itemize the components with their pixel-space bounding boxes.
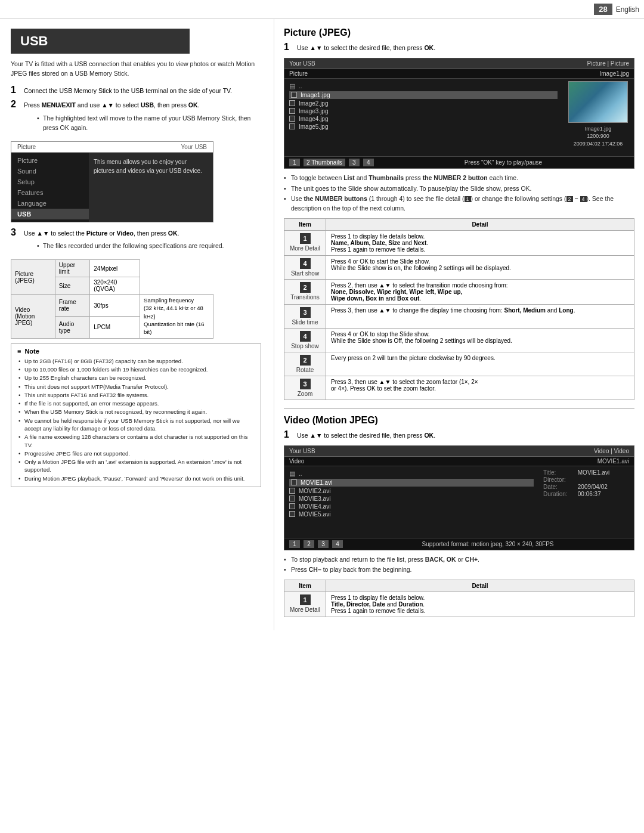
detail-text-transitions: Press 2, then use ▲▼ to select the trans…: [326, 279, 634, 304]
video-detail-num-cell: 1 More Detail: [284, 592, 326, 617]
video-file-name: MOVIE3.avi: [299, 496, 330, 502]
video-screen-sub-right: MOVIE1.avi: [597, 458, 629, 465]
note-item: When the USB Memory Stick is not recogni…: [17, 408, 255, 416]
video-btn-4[interactable]: 4: [332, 540, 343, 548]
video-file-item[interactable]: MOVIE5.avi: [289, 511, 534, 518]
picture-file-item[interactable]: Image5.jpg: [289, 123, 558, 130]
detail-label-zoom: Zoom: [289, 391, 321, 397]
video-title-label: Title:: [543, 469, 576, 476]
video-file-item[interactable]: MOVIE1.avi: [289, 479, 534, 487]
section-divider: [284, 408, 634, 409]
picture-btn-4[interactable]: 4: [363, 159, 374, 166]
detail-row-transitions: 2 Transitions Press 2, then use ▲▼ to se…: [284, 279, 634, 304]
video-file-item[interactable]: MOVIE2.avi: [289, 488, 534, 494]
picture-file-item[interactable]: Image1.jpg: [289, 91, 558, 99]
note-item: Progressive JPEG files are not supported…: [17, 450, 255, 457]
preview-filename: Image1.jpg: [574, 125, 623, 133]
menu-item-language[interactable]: Language: [11, 198, 89, 209]
video-info-duration: Duration: 00:06:37: [543, 491, 629, 497]
detail-row-stop-show: 4 Stop show Press 4 or OK to stop the Sl…: [284, 328, 634, 352]
picture-bullet-2: The unit goes to the Slide show automati…: [284, 184, 634, 194]
video-director-label: Director:: [543, 476, 576, 483]
specs-size-val: 320×240 (QVGA): [90, 277, 140, 295]
video-file-name: MOVIE5.avi: [299, 511, 330, 518]
note-item: We cannot be held responsible if your US…: [17, 417, 255, 433]
video-screen-sub: Video MOVIE1.avi: [284, 457, 634, 466]
step-2-bullets: The highlighted text will move to the na…: [37, 114, 263, 133]
video-file-item[interactable]: MOVIE4.avi: [289, 503, 534, 510]
picture-step-1: 1 Use ▲▼ to select the desired file, the…: [284, 43, 634, 53]
step-3-content: Use ▲▼ to select the Picture or Video, t…: [24, 228, 224, 255]
note-item: A file name exceeding 128 characters or …: [17, 433, 255, 449]
step-3-bullet-1: The files recorded under the following s…: [37, 241, 224, 251]
picture-footer-ok-text: Press "OK" key to play/pause: [377, 159, 629, 166]
picture-btn-1[interactable]: 1: [289, 159, 300, 166]
menu-item-setup[interactable]: Setup: [11, 176, 89, 187]
picture-back-item: ▤ ..: [289, 82, 558, 90]
video-section-title: Video (Motion JPEG): [284, 415, 634, 426]
menu-item-features[interactable]: Features: [11, 187, 89, 198]
picture-file-list: ▤ .. Image1.jpg Image2.jpg: [284, 79, 562, 156]
video-section: Video (Motion JPEG) 1 Use ▲▼ to select t…: [284, 415, 634, 617]
specs-upper-limit-label: Upper limit: [55, 260, 89, 277]
specs-picture-label: Picture (JPEG): [11, 260, 55, 295]
video-screen-body: ▤ .. MOVIE1.avi MOVIE2.avi: [284, 466, 634, 538]
specs-size-label: Size: [55, 277, 89, 295]
detail-row-more-detail: 1 More Detail Press 1 to display file de…: [284, 230, 634, 255]
video-screen-header-left: Your USB: [289, 448, 315, 454]
video-btn-1[interactable]: 1: [289, 540, 300, 548]
video-file-item[interactable]: MOVIE3.avi: [289, 496, 534, 502]
picture-file-item[interactable]: Image4.jpg: [289, 116, 558, 122]
detail-num-cell: 2 Rotate: [284, 352, 326, 376]
note-header: ≡ Note: [17, 348, 255, 355]
picture-screen-body: ▤ .. Image1.jpg Image2.jpg: [284, 79, 634, 156]
detail-num-2: 2: [300, 282, 311, 293]
file-name: Image4.jpg: [299, 116, 328, 122]
detail-text-zoom: Press 3, then use ▲▼ to select the zoom …: [326, 376, 634, 400]
detail-label-stop: Stop show: [289, 343, 321, 349]
menu-header: Picture Your USB: [11, 142, 213, 153]
menu-items-list: Picture Sound Setup Features Language US…: [11, 153, 89, 222]
video-bullet-2: Press CH– to play back from the beginnin…: [284, 565, 634, 575]
video-screen-header: Your USB Video | Video: [284, 446, 634, 457]
picture-step-1-text: Use ▲▼ to select the desired file, then …: [297, 43, 435, 53]
detail-num-4: 4: [300, 258, 311, 269]
note-item: This unit supports FAT16 and FAT32 file …: [17, 391, 255, 399]
picture-btn-3[interactable]: 3: [349, 159, 360, 166]
picture-file-item[interactable]: Image2.jpg: [289, 100, 558, 107]
video-screen-footer: 1 2 3 4 Supported format: motion jpeg, 3…: [284, 538, 634, 550]
file-checkbox: [289, 123, 295, 129]
video-detail-row-more-detail: 1 More Detail Press 1 to display file de…: [284, 592, 634, 617]
picture-btn-2[interactable]: 2 Thumbnails: [304, 159, 345, 166]
specs-audio-type-val: LPCM: [90, 316, 140, 338]
menu-item-picture[interactable]: Picture: [11, 155, 89, 166]
video-btn-3[interactable]: 3: [318, 540, 329, 548]
top-bar: 28 English: [0, 0, 644, 19]
video-detail-table: Item Detail 1 More Detail Press 1 to dis…: [284, 580, 634, 617]
detail-num-cell: 3 Slide time: [284, 304, 326, 328]
step-2-text: Press MENU/EXIT and use ▲▼ to select USB…: [24, 101, 200, 109]
step-2-content: Press MENU/EXIT and use ▲▼ to select USB…: [24, 100, 263, 136]
left-column: USB Your TV is fitted with a USB connect…: [0, 19, 274, 630]
note-item: Up to 255 English characters can be reco…: [17, 374, 255, 382]
video-duration-val: 00:06:37: [578, 491, 601, 497]
picture-detail-table: Item Detail 1 More Detail Press 1 to dis…: [284, 218, 634, 400]
picture-file-item[interactable]: Image3.jpg: [289, 108, 558, 114]
menu-item-sound[interactable]: Sound: [11, 166, 89, 176]
detail-row-rotate: 2 Rotate Every press on 2 will turn the …: [284, 352, 634, 376]
specs-framerate-label: Frame rate: [55, 295, 89, 317]
video-duration-label: Duration:: [543, 491, 576, 497]
step-1-number: 1: [11, 85, 24, 95]
video-detail-text: Press 1 to display file details below.Ti…: [326, 592, 634, 617]
video-btn-2[interactable]: 2: [304, 540, 314, 548]
picture-section-title: Picture (JPEG): [284, 27, 634, 38]
picture-screen-header-right: Picture | Picture: [587, 60, 629, 67]
picture-bullet-1: To toggle between List and Thumbnails pr…: [284, 174, 634, 183]
specs-upper-limit-val: 24Mpixel: [90, 260, 140, 277]
video-title-val: MOVIE1.avi: [578, 469, 609, 476]
picture-bullet-3: Use the NUMBER buttons (1 through 4) to …: [284, 194, 634, 213]
menu-item-usb[interactable]: USB: [11, 209, 89, 219]
step-3-text: Use ▲▼ to select the Picture or Video, t…: [24, 230, 179, 237]
video-date-label: Date:: [543, 484, 576, 490]
preview-size: 1200:900: [574, 132, 623, 140]
